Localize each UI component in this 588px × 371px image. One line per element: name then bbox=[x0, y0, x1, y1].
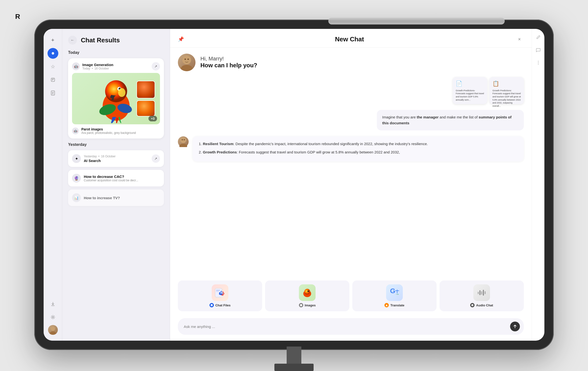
section-yesterday: Yesterday bbox=[68, 142, 164, 147]
user-avatar-sidebar[interactable] bbox=[48, 325, 58, 335]
card-arrow-button[interactable]: ↗ bbox=[152, 62, 160, 70]
user-avatar-main bbox=[178, 54, 196, 71]
svg-point-47 bbox=[538, 64, 539, 65]
documents-section: 📄 Growth-Predictions-Forecasts suggest t… bbox=[178, 77, 524, 104]
sidebar-item-files[interactable] bbox=[48, 88, 58, 98]
list-item-arrow[interactable]: ↗ bbox=[152, 154, 160, 163]
svg-point-23 bbox=[179, 144, 187, 147]
edit-icon[interactable] bbox=[534, 33, 543, 42]
pin-icon[interactable]: 📌 bbox=[178, 36, 184, 42]
sidebar-item-favorites[interactable]: ☆ bbox=[48, 61, 58, 72]
quick-action-images[interactable]: Images bbox=[265, 280, 349, 311]
more-options-icon[interactable] bbox=[534, 58, 543, 67]
footer-title: Parot images bbox=[81, 127, 136, 131]
svg-rect-40 bbox=[479, 290, 480, 295]
ai-response: Resilient Tourism: Despite the pandemic'… bbox=[178, 136, 524, 162]
svg-rect-7 bbox=[52, 94, 54, 94]
parrot-main-image bbox=[93, 74, 139, 123]
svg-point-10 bbox=[49, 331, 56, 335]
close-button[interactable]: × bbox=[515, 35, 524, 44]
quick-action-translate[interactable]: G → Translate bbox=[352, 280, 437, 311]
svg-point-45 bbox=[538, 61, 539, 62]
chat-header: 📌 New Chat × bbox=[170, 29, 532, 48]
image-grid: +3 bbox=[72, 73, 160, 124]
parrot-thumb-2 bbox=[136, 100, 155, 116]
list-item-desc-cac: Customer acquisition cost could be decr.… bbox=[84, 179, 160, 182]
chat-files-icon: A W bbox=[214, 286, 226, 299]
list-item-icon-cac: 🔮 bbox=[72, 174, 81, 183]
card-icon: 🤖 bbox=[72, 62, 80, 70]
list-item-icon: ✦ bbox=[72, 154, 81, 163]
footer-subtitle: Ara parot, photorealistic, grey backgrou… bbox=[81, 131, 136, 135]
svg-point-19 bbox=[181, 65, 193, 71]
ai-avatar bbox=[178, 136, 189, 147]
list-item-date: Yesterday • 16 October bbox=[84, 155, 149, 158]
brand-logo: R bbox=[15, 13, 20, 21]
quick-action-audio-chat[interactable]: Audio Chat bbox=[440, 280, 524, 311]
doc-icon-2: 📋 bbox=[492, 80, 521, 88]
doc-card-2: 📋 Growth Predictions: Forecasts suggest … bbox=[490, 77, 524, 104]
audio-icon bbox=[475, 286, 488, 299]
svg-rect-36 bbox=[300, 304, 302, 306]
images-label: Images bbox=[305, 303, 316, 307]
sidebar-item-add[interactable]: + bbox=[48, 35, 58, 46]
svg-point-25 bbox=[184, 139, 185, 140]
parrot-thumb-1 bbox=[136, 81, 155, 98]
svg-rect-39 bbox=[478, 292, 479, 294]
card-date: Today • 16 October bbox=[82, 67, 113, 70]
audio-chat-label: Audio Chat bbox=[476, 303, 493, 307]
chat-input-wrap bbox=[178, 318, 524, 335]
chat-results-panel: ← Chat Results Today 🤖 Image Generation … bbox=[62, 29, 170, 341]
list-item-cac[interactable]: 🔮 How to decrease CAC? Customer acquisit… bbox=[68, 170, 164, 186]
user-message: Imagine that you are the manager and mak… bbox=[377, 110, 524, 130]
svg-point-0 bbox=[52, 52, 54, 55]
svg-point-21 bbox=[187, 58, 189, 60]
section-today: Today bbox=[68, 50, 164, 55]
chat-body: Hi, Marry! How can I help you? 📄 Growth-… bbox=[170, 48, 532, 280]
doc-icon-1: 📄 bbox=[456, 80, 484, 88]
sidebar-item-settings[interactable] bbox=[48, 312, 58, 323]
extra-count-badge: +3 bbox=[148, 116, 157, 121]
panel-title: Chat Results bbox=[81, 36, 120, 44]
sidebar-item-history[interactable] bbox=[48, 74, 58, 85]
sidebar-item-home[interactable] bbox=[48, 48, 58, 59]
greeting-question: How can I help you? bbox=[200, 62, 257, 69]
svg-rect-28 bbox=[216, 290, 220, 290]
list-item-tv[interactable]: 📊 How to increase TV? bbox=[68, 189, 164, 206]
ai-point-1: Resilient Tourism: Despite the pandemic'… bbox=[203, 141, 518, 147]
svg-point-35 bbox=[307, 290, 309, 292]
chat-input-area bbox=[170, 315, 532, 341]
greeting-hi: Hi, Marry! bbox=[200, 56, 257, 62]
comment-icon[interactable] bbox=[534, 46, 543, 54]
svg-rect-32 bbox=[211, 304, 213, 306]
svg-text:W: W bbox=[220, 291, 223, 294]
svg-rect-29 bbox=[216, 291, 219, 292]
chat-files-label: Chat Files bbox=[215, 303, 231, 307]
svg-point-22 bbox=[180, 137, 186, 143]
svg-point-9 bbox=[51, 326, 55, 331]
chat-input[interactable] bbox=[184, 325, 507, 329]
svg-rect-3 bbox=[52, 80, 53, 80]
svg-rect-42 bbox=[483, 290, 484, 296]
send-button[interactable] bbox=[510, 322, 520, 331]
chat-files-dot bbox=[209, 303, 214, 307]
parrot-thumbnails bbox=[136, 81, 156, 116]
images-icon bbox=[301, 286, 314, 299]
svg-rect-5 bbox=[52, 92, 54, 93]
right-sidebar bbox=[532, 29, 544, 341]
svg-point-34 bbox=[304, 289, 310, 295]
audio-dot bbox=[470, 303, 475, 307]
svg-point-44 bbox=[471, 304, 473, 306]
sidebar-item-download[interactable] bbox=[48, 299, 58, 309]
back-button[interactable]: ← bbox=[68, 36, 77, 45]
quick-actions: A W Chat Files bbox=[170, 280, 532, 315]
quick-action-chat-files[interactable]: A W Chat Files bbox=[178, 280, 262, 311]
ai-point-2: Growth Predictions: Forecasts suggest th… bbox=[203, 149, 518, 155]
svg-rect-2 bbox=[52, 79, 54, 79]
doc-text-1: Growth-Predictions-Forecasts suggest tha… bbox=[456, 89, 484, 101]
ai-response-bubble: Resilient Tourism: Despite the pandemic'… bbox=[193, 136, 524, 162]
tablet-stand-base bbox=[274, 364, 314, 371]
list-item-ai-search[interactable]: ✦ Yesterday • 16 October AI Search ↗ bbox=[68, 150, 164, 167]
images-icon-wrap bbox=[299, 284, 316, 301]
svg-point-8 bbox=[52, 316, 54, 318]
